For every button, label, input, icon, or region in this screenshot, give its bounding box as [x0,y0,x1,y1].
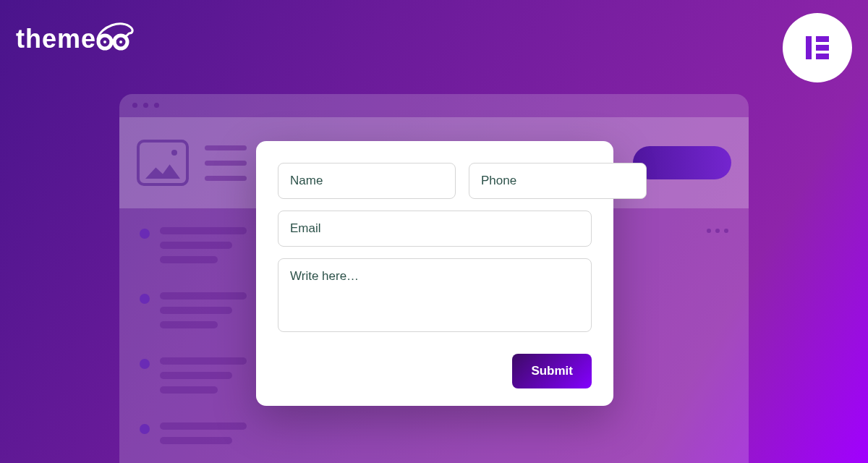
email-field[interactable] [278,211,592,247]
mock-cta-button [633,146,731,179]
svg-point-2 [103,41,106,43]
submit-button[interactable]: Submit [512,354,592,388]
contact-form-card: Submit [256,141,613,406]
mock-nav-lines [205,145,247,181]
svg-rect-5 [816,36,829,42]
brand-logo: theme [16,20,137,57]
elementor-icon [801,32,833,64]
ellipsis-icon [707,229,728,233]
svg-rect-4 [806,36,812,59]
mock-titlebar [119,94,749,116]
brand-name: theme [16,24,96,54]
elementor-badge [783,13,852,82]
svg-rect-6 [816,45,829,51]
image-placeholder-icon [137,140,189,186]
message-field[interactable] [278,258,592,332]
svg-point-3 [119,41,122,43]
name-field[interactable] [278,163,456,199]
chameleon-icon [93,20,137,57]
phone-field[interactable] [469,163,647,199]
svg-rect-7 [816,54,829,59]
